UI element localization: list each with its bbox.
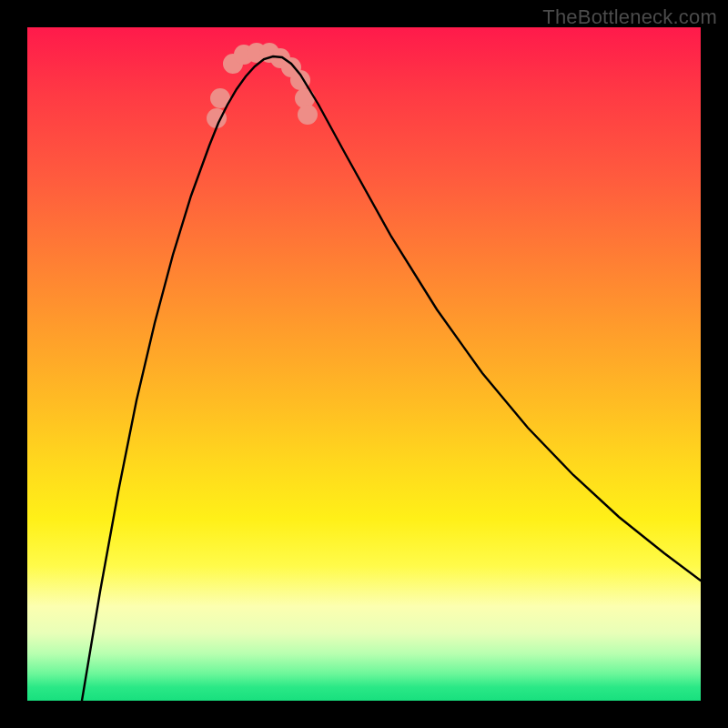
curve-layer — [27, 27, 701, 701]
bottleneck-curve — [82, 56, 701, 701]
valley-marker — [298, 105, 318, 125]
watermark-text: TheBottleneck.com — [542, 5, 717, 29]
plot-area — [27, 27, 701, 701]
chart-frame: TheBottleneck.com — [0, 0, 728, 728]
